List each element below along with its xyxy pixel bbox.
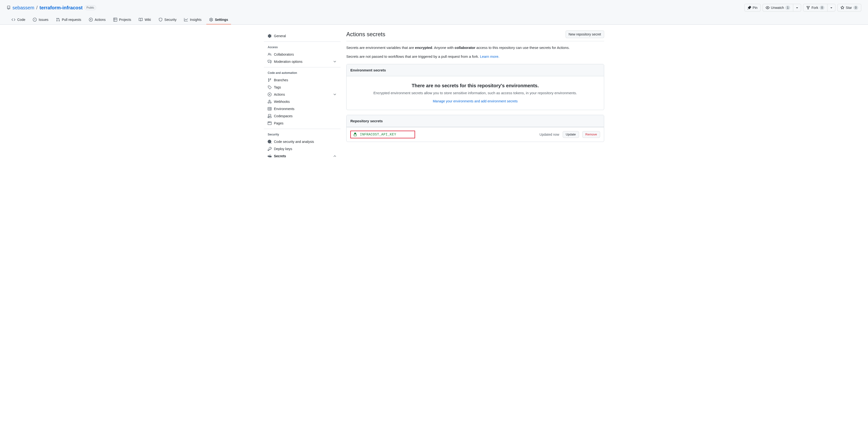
sidebar-item-webhooks[interactable]: Webhooks	[264, 98, 341, 105]
empty-title: There are no secrets for this repository…	[352, 83, 598, 88]
sidebar-item-label: Codespaces	[274, 114, 337, 118]
sidebar-item-label: Environments	[274, 107, 337, 111]
sidebar-item-label: Actions	[274, 92, 331, 96]
sidebar-item-label: Pages	[274, 121, 337, 125]
environment-secrets-panel: Environment secrets There are no secrets…	[346, 64, 604, 110]
sidebar-item-general[interactable]: General	[264, 32, 341, 39]
page-header: Actions secrets New repository secret	[346, 30, 604, 41]
star-count: 0	[854, 5, 858, 10]
fork-dropdown[interactable]	[828, 4, 835, 11]
secret-highlight-box: INFRACOST_API_KEY	[350, 131, 415, 138]
browser-icon	[268, 121, 272, 125]
tab-pulls-label: Pull requests	[62, 18, 81, 22]
watch-label: Unwatch	[771, 5, 784, 10]
star-button[interactable]: Star 0	[837, 4, 861, 11]
repo-owner-link[interactable]: sebassem	[12, 5, 34, 10]
remove-secret-button[interactable]: Remove	[582, 131, 600, 138]
tab-security[interactable]: Security	[156, 16, 180, 25]
tab-pulls[interactable]: Pull requests	[53, 16, 84, 25]
sidebar-heading-code: Code and automation	[264, 69, 341, 77]
pin-label: Pin	[753, 5, 757, 10]
tab-wiki[interactable]: Wiki	[136, 16, 154, 25]
repo-name-link[interactable]: terraform-infracost	[39, 5, 83, 10]
tab-projects[interactable]: Projects	[111, 16, 134, 25]
tab-settings-label: Settings	[215, 18, 228, 22]
learn-more-link[interactable]: Learn more.	[480, 54, 499, 59]
server-icon	[268, 107, 272, 111]
pull-request-icon	[56, 18, 60, 22]
sidebar-item-pages[interactable]: Pages	[264, 120, 341, 127]
repo-icon	[7, 6, 10, 9]
project-icon	[113, 18, 117, 22]
sidebar-item-codespaces[interactable]: Codespaces	[264, 113, 341, 120]
tab-actions-label: Actions	[95, 18, 106, 22]
repo-title-row: sebassem / terraform-infracost Public Pi…	[7, 4, 861, 11]
repository-secrets-panel: Repository secrets INFRACOST_API_KEY Upd…	[346, 115, 604, 142]
sidebar-item-deploy-keys[interactable]: Deploy keys	[264, 145, 341, 152]
sidebar-item-branches[interactable]: Branches	[264, 77, 341, 84]
codespaces-icon	[268, 114, 272, 118]
tab-wiki-label: Wiki	[145, 18, 151, 22]
repository-secrets-heading: Repository secrets	[346, 115, 604, 127]
empty-description: Encrypted environment secrets allow you …	[352, 91, 598, 95]
webhook-icon	[268, 100, 272, 103]
code-icon	[11, 18, 16, 22]
issue-icon	[33, 18, 37, 22]
fork-count: 0	[819, 5, 825, 10]
pin-icon	[747, 6, 751, 9]
fork-button[interactable]: Fork 0	[803, 4, 828, 11]
sidebar-item-secrets[interactable]: Secrets	[264, 152, 341, 160]
triangle-down-icon	[795, 6, 799, 9]
new-secret-button[interactable]: New repository secret	[565, 30, 604, 38]
tab-insights-label: Insights	[190, 18, 201, 22]
watch-dropdown[interactable]	[793, 4, 801, 11]
star-label: Star	[846, 5, 852, 10]
sidebar-item-label: Webhooks	[274, 100, 337, 103]
sidebar-item-code-security[interactable]: Code security and analysis	[264, 138, 341, 145]
sidebar-item-tags[interactable]: Tags	[264, 84, 341, 91]
manage-environments-link[interactable]: Manage your environments and add environ…	[433, 99, 518, 103]
play-icon	[268, 92, 272, 96]
sidebar-item-label: Collaborators	[274, 53, 337, 56]
chevron-down-icon	[333, 92, 337, 96]
repo-tabs: Code Issues Pull requests Actions Projec…	[7, 16, 861, 25]
environment-secrets-body: There are no secrets for this repository…	[346, 76, 604, 110]
eye-icon	[766, 6, 770, 9]
tab-code[interactable]: Code	[9, 16, 28, 25]
secret-updated-text: Updated now	[539, 132, 559, 137]
visibility-badge: Public	[85, 5, 96, 10]
play-icon	[89, 18, 93, 22]
secret-name: INFRACOST_API_KEY	[360, 132, 396, 137]
pin-button[interactable]: Pin	[744, 4, 761, 11]
tab-issues[interactable]: Issues	[30, 16, 51, 25]
update-secret-button[interactable]: Update	[563, 131, 579, 138]
tab-insights[interactable]: Insights	[181, 16, 204, 25]
sidebar-heading-security: Security	[264, 131, 341, 138]
sidebar-item-label: Tags	[274, 85, 337, 89]
sidebar-item-moderation[interactable]: Moderation options	[264, 58, 341, 65]
repo-actions: Pin Unwatch 1 Fork 0	[744, 4, 861, 11]
chevron-up-icon	[333, 154, 337, 158]
gear-icon	[209, 18, 213, 22]
sidebar-heading-access: Access	[264, 43, 341, 51]
graph-icon	[184, 18, 188, 22]
people-icon	[268, 53, 272, 56]
branch-icon	[268, 78, 272, 82]
tab-security-label: Security	[164, 18, 177, 22]
sidebar-item-label: Moderation options	[274, 60, 331, 63]
sidebar-item-label: General	[274, 34, 337, 38]
sidebar-item-collaborators[interactable]: Collaborators	[264, 51, 341, 58]
shield-icon	[159, 18, 162, 22]
tab-projects-label: Projects	[119, 18, 131, 22]
triangle-down-icon	[829, 6, 833, 9]
key-icon	[268, 147, 272, 151]
tab-settings[interactable]: Settings	[206, 16, 231, 25]
fork-icon	[806, 6, 810, 9]
sidebar-item-actions[interactable]: Actions	[264, 91, 341, 98]
sidebar-item-label: Deploy keys	[274, 147, 337, 151]
tab-code-label: Code	[17, 18, 25, 22]
main-content: Actions secrets New repository secret Se…	[346, 30, 604, 161]
watch-button[interactable]: Unwatch 1	[763, 4, 793, 11]
tab-actions[interactable]: Actions	[86, 16, 108, 25]
sidebar-item-environments[interactable]: Environments	[264, 105, 341, 113]
